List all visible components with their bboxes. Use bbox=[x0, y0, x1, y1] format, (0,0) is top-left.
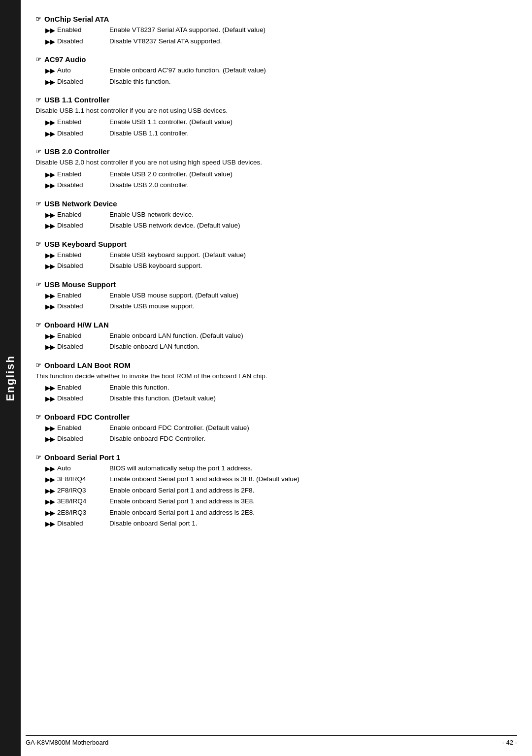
bullet-icon: ▶▶ bbox=[45, 486, 55, 496]
option-val-text: Disable this function. (Default value) bbox=[109, 394, 512, 404]
option-key: ▶▶2E8/IRQ3 bbox=[45, 508, 109, 518]
option-key: ▶▶Enabled bbox=[45, 250, 109, 261]
section-title-ac97-audio: ☞AC97 Audio bbox=[35, 55, 512, 64]
section-title-text: Onboard LAN Boot ROM bbox=[44, 361, 131, 369]
footer: GA-K8VM800M Motherboard - 42 - bbox=[26, 735, 517, 746]
option-key-text: Enabled bbox=[57, 423, 82, 433]
section-title-text: USB 1.1 Controller bbox=[44, 96, 110, 104]
option-key-text: 3F8/IRQ4 bbox=[57, 474, 86, 484]
option-val-text: Enable onboard Serial port 1 and address… bbox=[109, 508, 512, 518]
section-usb-11-controller: ☞USB 1.1 ControllerDisable USB 1.1 host … bbox=[35, 96, 512, 138]
option-val-text: Enable USB keyboard support. (Default va… bbox=[109, 250, 512, 261]
option-key-text: Enabled bbox=[57, 210, 82, 220]
option-row: ▶▶EnabledEnable onboard FDC Controller. … bbox=[45, 423, 512, 433]
bullet-icon: ▶▶ bbox=[45, 262, 55, 271]
option-row: ▶▶DisabledDisable USB network device. (D… bbox=[45, 221, 512, 231]
bullet-icon: ▶▶ bbox=[45, 170, 55, 180]
option-row: ▶▶EnabledEnable USB 1.1 controller. (Def… bbox=[45, 117, 512, 128]
option-key: ▶▶Enabled bbox=[45, 383, 109, 393]
section-arrow-icon: ☞ bbox=[35, 200, 41, 207]
option-key-text: Enabled bbox=[57, 250, 82, 260]
option-val-text: Disable VT8237 Serial ATA supported. bbox=[109, 36, 512, 47]
sections-container: ☞OnChip Serial ATA▶▶EnabledEnable VT8237… bbox=[35, 15, 512, 529]
option-key: ▶▶Disabled bbox=[45, 261, 109, 271]
bullet-icon: ▶▶ bbox=[45, 302, 55, 312]
option-row: ▶▶2E8/IRQ3Enable onboard Serial port 1 a… bbox=[45, 508, 512, 518]
option-row: ▶▶DisabledDisable USB 1.1 controller. bbox=[45, 129, 512, 139]
option-row: ▶▶DisabledDisable USB keyboard support. bbox=[45, 261, 512, 271]
bullet-icon: ▶▶ bbox=[45, 424, 55, 433]
option-row: ▶▶EnabledEnable this function. bbox=[45, 383, 512, 393]
footer-right: - 42 - bbox=[502, 739, 517, 746]
section-onboard-serial-port-1: ☞Onboard Serial Port 1▶▶AutoBIOS will au… bbox=[35, 453, 512, 529]
footer-left: GA-K8VM800M Motherboard bbox=[26, 739, 108, 746]
section-title-onboard-fdc-controller: ☞Onboard FDC Controller bbox=[35, 413, 512, 421]
option-key: ▶▶Disabled bbox=[45, 394, 109, 404]
section-onchip-serial-ata: ☞OnChip Serial ATA▶▶EnabledEnable VT8237… bbox=[35, 15, 512, 46]
option-row: ▶▶DisabledDisable onboard Serial port 1. bbox=[45, 519, 512, 529]
section-title-usb-11-controller: ☞USB 1.1 Controller bbox=[35, 96, 512, 104]
sidebar-label: English bbox=[4, 355, 17, 401]
option-key: ▶▶Enabled bbox=[45, 117, 109, 128]
option-row: ▶▶DisabledDisable USB 2.0 controller. bbox=[45, 180, 512, 191]
option-key: ▶▶Disabled bbox=[45, 342, 109, 352]
option-val-text: Disable onboard LAN function. bbox=[109, 342, 512, 352]
option-row: ▶▶EnabledEnable USB keyboard support. (D… bbox=[45, 250, 512, 261]
option-key-text: Disabled bbox=[57, 261, 83, 271]
option-val-text: Enable onboard Serial port 1 and address… bbox=[109, 486, 512, 496]
section-title-text: Onboard H/W LAN bbox=[44, 321, 109, 329]
option-key: ▶▶Enabled bbox=[45, 331, 109, 341]
option-row: ▶▶3E8/IRQ4Enable onboard Serial port 1 a… bbox=[45, 496, 512, 507]
option-key-text: Disabled bbox=[57, 36, 83, 46]
option-key: ▶▶Enabled bbox=[45, 423, 109, 433]
section-arrow-icon: ☞ bbox=[35, 413, 41, 421]
option-key: ▶▶Disabled bbox=[45, 77, 109, 87]
option-val-text: Disable onboard FDC Controller. bbox=[109, 434, 512, 444]
option-key-text: Disabled bbox=[57, 301, 83, 311]
section-arrow-icon: ☞ bbox=[35, 321, 41, 329]
option-key: ▶▶Auto bbox=[45, 66, 109, 76]
section-desc-onboard-lan-boot-rom: This function decide whether to invoke t… bbox=[35, 371, 512, 381]
section-title-text: USB 2.0 Controller bbox=[44, 147, 110, 156]
section-ac97-audio: ☞AC97 Audio▶▶AutoEnable onboard AC'97 au… bbox=[35, 55, 512, 87]
option-row: ▶▶3F8/IRQ4Enable onboard Serial port 1 a… bbox=[45, 474, 512, 485]
section-title-usb-keyboard-support: ☞USB Keyboard Support bbox=[35, 240, 512, 248]
option-val-text: Enable onboard Serial port 1 and address… bbox=[109, 496, 512, 507]
bullet-icon: ▶▶ bbox=[45, 66, 55, 76]
bullet-icon: ▶▶ bbox=[45, 118, 55, 128]
option-key: ▶▶Disabled bbox=[45, 301, 109, 312]
option-row: ▶▶EnabledEnable VT8237 Serial ATA suppor… bbox=[45, 25, 512, 35]
option-key-text: 2F8/IRQ3 bbox=[57, 486, 86, 495]
bullet-icon: ▶▶ bbox=[45, 383, 55, 393]
bullet-icon: ▶▶ bbox=[45, 77, 55, 87]
section-title-onboard-serial-port-1: ☞Onboard Serial Port 1 bbox=[35, 453, 512, 461]
option-key: ▶▶Auto bbox=[45, 463, 109, 474]
option-val-text: Disable USB mouse support. bbox=[109, 301, 512, 312]
option-val-text: BIOS will automatically setup the port 1… bbox=[109, 463, 512, 474]
bullet-icon: ▶▶ bbox=[45, 210, 55, 220]
section-title-onchip-serial-ata: ☞OnChip Serial ATA bbox=[35, 15, 512, 23]
bullet-icon: ▶▶ bbox=[45, 181, 55, 191]
bullet-icon: ▶▶ bbox=[45, 221, 55, 231]
bullet-icon: ▶▶ bbox=[45, 37, 55, 47]
section-arrow-icon: ☞ bbox=[35, 148, 41, 155]
section-arrow-icon: ☞ bbox=[35, 56, 41, 63]
option-key-text: Enabled bbox=[57, 331, 82, 341]
bullet-icon: ▶▶ bbox=[45, 508, 55, 518]
section-onboard-lan-boot-rom: ☞Onboard LAN Boot ROMThis function decid… bbox=[35, 361, 512, 404]
bullet-icon: ▶▶ bbox=[45, 291, 55, 301]
option-key-text: Disabled bbox=[57, 434, 83, 444]
section-title-text: AC97 Audio bbox=[44, 55, 86, 64]
option-row: ▶▶AutoEnable onboard AC'97 audio functio… bbox=[45, 66, 512, 76]
option-key: ▶▶Disabled bbox=[45, 519, 109, 529]
option-key-text: Enabled bbox=[57, 169, 82, 179]
option-key: ▶▶Enabled bbox=[45, 169, 109, 180]
bullet-icon: ▶▶ bbox=[45, 519, 55, 529]
option-row: ▶▶EnabledEnable USB network device. bbox=[45, 210, 512, 220]
section-title-text: USB Keyboard Support bbox=[44, 240, 127, 248]
option-key: ▶▶Disabled bbox=[45, 180, 109, 191]
section-desc-usb-11-controller: Disable USB 1.1 host controller if you a… bbox=[35, 106, 512, 116]
option-val-text: Disable USB 2.0 controller. bbox=[109, 180, 512, 191]
option-key-text: Auto bbox=[57, 463, 71, 473]
bullet-icon: ▶▶ bbox=[45, 434, 55, 444]
